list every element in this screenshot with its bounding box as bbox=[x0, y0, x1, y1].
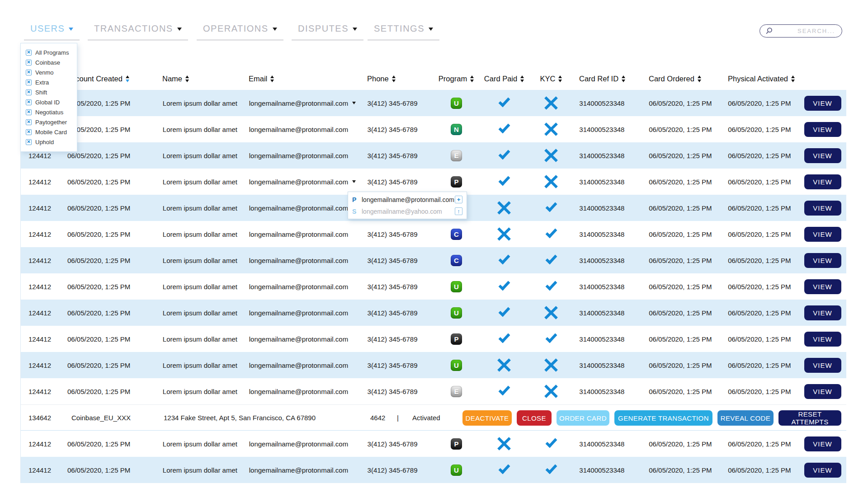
filter-item-coinbase[interactable]: ✕ Coinbase bbox=[21, 57, 77, 67]
sort-arrows-icon[interactable] bbox=[392, 75, 396, 82]
filter-label: Mobile Card bbox=[35, 129, 67, 136]
table-row: 124412 06/05/2020, 1:25 PM Lorem ipsum d… bbox=[21, 142, 846, 169]
phone-cell: 3(412) 345-6789 bbox=[368, 300, 433, 326]
deactivate-button[interactable]: DEACTIVATE bbox=[462, 410, 512, 426]
card-paid-cell bbox=[480, 352, 528, 378]
header-cell-email[interactable]: Email bbox=[249, 68, 367, 90]
email-dropdown-caret-icon[interactable] bbox=[352, 180, 356, 183]
program-cell: N bbox=[433, 116, 480, 142]
header-cell-ordered[interactable]: Card Ordered bbox=[643, 68, 722, 90]
nav-item-users[interactable]: USERS bbox=[24, 23, 80, 40]
sort-arrows-icon[interactable] bbox=[470, 75, 474, 82]
view-button[interactable]: VIEW bbox=[804, 201, 841, 216]
card-ref-id-cell: 314000523348 bbox=[574, 300, 643, 326]
special-program-name: Coinbase_EU_XXX bbox=[71, 414, 131, 422]
header-cell-physical[interactable]: Physical Activated bbox=[722, 68, 799, 90]
order-card-button[interactable]: ORDER CARD bbox=[557, 410, 609, 426]
view-button[interactable]: VIEW bbox=[804, 279, 841, 294]
arrow-up-icon: ↑ bbox=[457, 208, 460, 214]
filter-item-mobile-card[interactable]: ✕ Mobile Card bbox=[21, 127, 77, 137]
email-dropdown-caret-icon[interactable] bbox=[352, 102, 356, 104]
filter-item-global-id[interactable]: ✕ Global ID bbox=[21, 97, 77, 107]
view-button[interactable]: VIEW bbox=[804, 384, 841, 399]
filter-checkbox[interactable]: ✕ bbox=[26, 60, 32, 66]
view-button[interactable]: VIEW bbox=[804, 463, 841, 478]
header-cell-program[interactable]: Program bbox=[433, 68, 480, 90]
sort-desc-icon bbox=[520, 80, 524, 82]
add-email-button[interactable]: + bbox=[455, 196, 462, 203]
view-button[interactable]: VIEW bbox=[804, 358, 841, 373]
kyc-x-icon bbox=[544, 385, 558, 398]
filter-label: Venmo bbox=[35, 69, 53, 76]
sort-arrows-icon[interactable] bbox=[698, 75, 701, 82]
divider: | bbox=[397, 414, 399, 422]
sort-arrows-icon[interactable] bbox=[622, 75, 625, 82]
nav-item-operations[interactable]: OPERATIONS bbox=[197, 23, 283, 40]
header-cell-paid[interactable]: Card Paid bbox=[480, 68, 528, 90]
filter-checkbox[interactable]: ✕ bbox=[26, 109, 32, 115]
filter-checkbox[interactable]: ✕ bbox=[26, 99, 32, 105]
filter-item-shift[interactable]: ✕ Shift bbox=[21, 87, 77, 97]
view-button[interactable]: VIEW bbox=[804, 148, 841, 163]
filter-checkbox[interactable]: ✕ bbox=[26, 129, 32, 135]
physical-activated-cell: 06/05/2020, 1:25 PM bbox=[722, 90, 799, 116]
filter-item-uphold[interactable]: ✕ Uphold bbox=[21, 137, 77, 147]
sort-arrows-icon[interactable] bbox=[185, 75, 189, 82]
filter-item-all-programs[interactable]: ✕ All Programs bbox=[21, 47, 77, 57]
view-button[interactable]: VIEW bbox=[804, 96, 841, 111]
close-button[interactable]: CLOSE bbox=[517, 410, 552, 426]
filter-checkbox[interactable]: ✕ bbox=[26, 80, 32, 85]
reveal-code-button[interactable]: REVEAL CODE bbox=[717, 410, 774, 426]
view-button[interactable]: VIEW bbox=[804, 332, 841, 347]
physical-activated-cell: 06/05/2020, 1:25 PM bbox=[722, 116, 799, 142]
card-paid-x-icon bbox=[497, 358, 511, 372]
view-button[interactable]: VIEW bbox=[804, 436, 841, 451]
filter-label: Extra bbox=[35, 79, 49, 86]
header-label: Phone bbox=[367, 75, 389, 83]
header-cell-kyc[interactable]: KYC bbox=[528, 68, 574, 90]
generate-transaction-button[interactable]: GENERATE TRANSACTION bbox=[614, 410, 712, 426]
table-row: 124412 06/05/2020, 1:25 PM Lorem ipsum d… bbox=[21, 90, 846, 116]
card-paid-cell bbox=[480, 90, 528, 116]
filter-item-paytogether[interactable]: ✕ Paytogether bbox=[21, 117, 77, 127]
sort-arrows-icon[interactable] bbox=[270, 75, 274, 82]
filter-checkbox[interactable]: ✕ bbox=[26, 89, 32, 95]
email-cell: longemailname@protonmail.com bbox=[249, 326, 368, 352]
header-cell-created[interactable]: Account Created bbox=[67, 68, 162, 90]
special-status: Activated bbox=[412, 414, 440, 422]
nav-item-disputes[interactable]: DISPUTES bbox=[292, 23, 363, 40]
card-ordered-cell: 06/05/2020, 1:25 PM bbox=[643, 116, 722, 142]
search-input[interactable] bbox=[773, 28, 842, 34]
header-cell-phone[interactable]: Phone bbox=[367, 68, 433, 90]
filter-checkbox[interactable]: ✕ bbox=[26, 70, 32, 75]
filter-checkbox[interactable]: ✕ bbox=[26, 139, 32, 145]
view-button[interactable]: VIEW bbox=[804, 174, 841, 189]
filter-item-venmo[interactable]: ✕ Venmo bbox=[21, 67, 77, 77]
view-button[interactable]: VIEW bbox=[804, 253, 841, 268]
filter-item-extra[interactable]: ✕ Extra bbox=[21, 77, 77, 87]
header-cell-ref[interactable]: Card Ref ID bbox=[574, 68, 643, 90]
view-button[interactable]: VIEW bbox=[804, 305, 841, 320]
sort-arrows-icon[interactable] bbox=[520, 75, 524, 82]
view-button[interactable]: VIEW bbox=[804, 122, 841, 137]
sort-arrows-icon[interactable] bbox=[791, 75, 795, 82]
sort-desc-icon bbox=[622, 80, 625, 82]
sort-arrows-icon[interactable] bbox=[126, 75, 129, 82]
program-badge-p: P bbox=[451, 176, 462, 188]
promote-email-button[interactable]: ↑ bbox=[455, 207, 462, 215]
filter-checkbox[interactable]: ✕ bbox=[26, 119, 32, 125]
reset-attempts-button[interactable]: RESET ATTEMPTS bbox=[778, 410, 841, 426]
header-cell-name[interactable]: Name bbox=[162, 68, 249, 90]
primary-email: longemailname@protonmail.com bbox=[362, 196, 454, 203]
view-button[interactable]: VIEW bbox=[804, 227, 841, 242]
sort-arrows-icon[interactable] bbox=[558, 75, 562, 82]
filter-item-negotiatus[interactable]: ✕ Negotiatus bbox=[21, 107, 77, 117]
nav-item-settings[interactable]: SETTINGS bbox=[368, 23, 439, 40]
header-label: Program bbox=[439, 75, 467, 83]
program-cell: U bbox=[433, 90, 480, 116]
filter-checkbox[interactable]: ✕ bbox=[26, 50, 32, 56]
phone-cell: 3(412) 345-6789 bbox=[368, 352, 433, 378]
user-admin-page: USERS TRANSACTIONS OPERATIONS DISPUTES S… bbox=[0, 0, 868, 488]
account-created-cell: 06/05/2020, 1:25 PM bbox=[67, 169, 163, 195]
nav-item-transactions[interactable]: TRANSACTIONS bbox=[88, 23, 188, 40]
